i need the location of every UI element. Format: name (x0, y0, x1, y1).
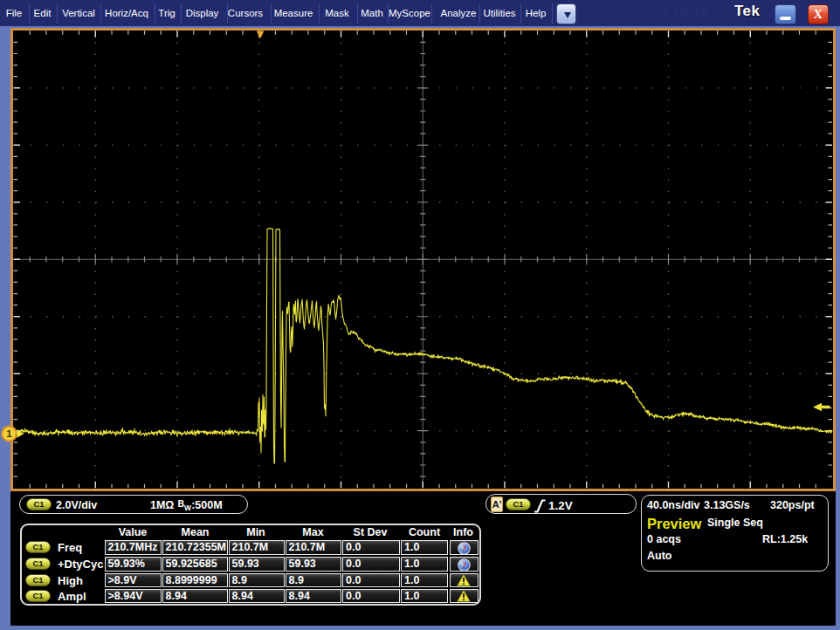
svg-text:1: 1 (6, 428, 12, 439)
